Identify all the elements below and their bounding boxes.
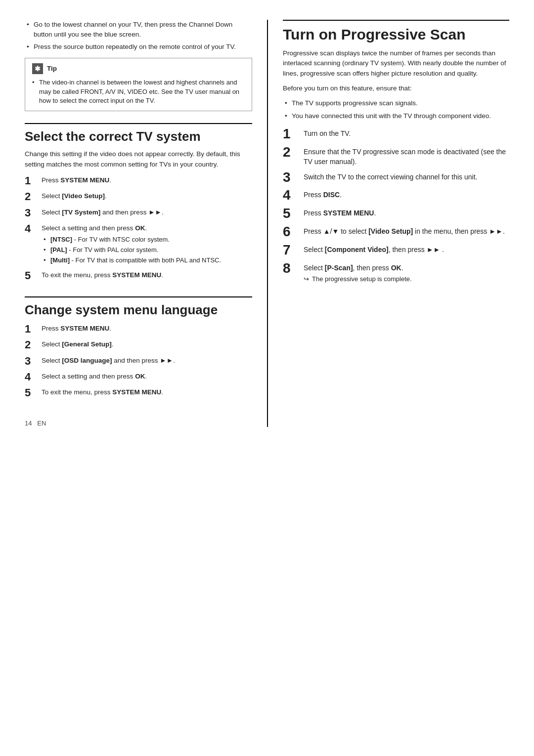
step-text: Select a setting and then press OK.: [42, 371, 252, 381]
lang-step-2: 2 Select [General Setup].: [25, 338, 252, 351]
intro-bullet-1: Go to the lowest channel on your TV, the…: [25, 20, 252, 39]
lang-step-5: 5 To exit the menu, press SYSTEM MENU.: [25, 386, 252, 399]
step-num: 3: [25, 355, 39, 368]
sub-bullet-ntsc: [NTSC] - For TV with NTSC color system.: [42, 235, 252, 244]
step-num: 4: [25, 371, 39, 383]
step-text: Select [Component Video], then press ►► …: [304, 243, 509, 254]
step-num: 2: [283, 145, 300, 160]
step-5: 5 To exit the menu, press SYSTEM MENU.: [25, 269, 252, 282]
tv-system-steps: 1 Press SYSTEM MENU. 2 Select [Video Set…: [25, 174, 252, 283]
step-num: 5: [25, 269, 39, 282]
progressive-scan-steps: 1 Turn on the TV. 2 Ensure that the TV p…: [283, 126, 509, 284]
arrow-result: ↪ The progressive setup is complete.: [304, 275, 509, 284]
tip-header: ✱ Tip: [32, 63, 245, 74]
step-num: 3: [283, 170, 300, 185]
sub-bullets: [NTSC] - For TV with NTSC color system. …: [42, 235, 252, 265]
lang-step-1: 1 Press SYSTEM MENU.: [25, 323, 252, 336]
step-text: Select [OSD language] and then press ►►.: [42, 355, 252, 366]
tip-content: The video-in channel is between the lowe…: [32, 78, 245, 106]
right-col-inner: Turn on Progressive Scan Progressive sca…: [283, 20, 509, 284]
step-num: 1: [25, 174, 39, 187]
section-tv-system-title: Select the correct TV system: [25, 123, 252, 144]
page-footer: 14 EN: [25, 420, 252, 427]
prereqs-list: The TV supports progressive scan signals…: [283, 98, 509, 121]
sub-bullet-multi: [Multi] - For TV that is compatible with…: [42, 256, 252, 265]
step-text: Switch the TV to the correct viewing cha…: [304, 170, 509, 182]
left-column: Go to the lowest channel on your TV, the…: [25, 20, 267, 427]
step-text: Press SYSTEM MENU.: [304, 206, 509, 218]
step-2: 2 Select [Video Setup].: [25, 190, 252, 203]
step-text: Select [Video Setup].: [42, 190, 252, 201]
step-text: Press SYSTEM MENU.: [42, 323, 252, 334]
step-text: To exit the menu, press SYSTEM MENU.: [42, 386, 252, 397]
ps-step-6: 6 Press ▲/▼ to select [Video Setup] in t…: [283, 224, 509, 240]
section-progressive-title: Turn on Progressive Scan: [283, 20, 509, 43]
step-3: 3 Select [TV System] and then press ►►.: [25, 207, 252, 219]
step-text: Select [General Setup].: [42, 338, 252, 349]
ps-step-4: 4 Press DISC.: [283, 188, 509, 203]
step-text: Select [TV System] and then press ►►.: [42, 207, 252, 217]
ps-step-1: 1 Turn on the TV.: [283, 126, 509, 142]
lang-step-3: 3 Select [OSD language] and then press ►…: [25, 355, 252, 368]
section-progressive-desc2: Before you turn on this feature, ensure …: [283, 84, 509, 93]
step-text: Press SYSTEM MENU.: [42, 174, 252, 185]
step-num: 3: [25, 207, 39, 219]
step-num: 2: [25, 338, 39, 351]
step-num: 6: [283, 224, 300, 240]
step-num: 1: [25, 323, 39, 336]
prereq-2: You have connected this unit with the TV…: [283, 111, 509, 121]
step-text: Press DISC.: [304, 188, 509, 200]
step-text: To exit the menu, press SYSTEM MENU.: [42, 269, 252, 280]
step-4: 4 Select a setting and then press OK. [N…: [25, 222, 252, 266]
step-num: 7: [283, 243, 300, 258]
sub-bullet-pal: [PAL] - For TV with PAL color system.: [42, 246, 252, 254]
ps-step-5: 5 Press SYSTEM MENU.: [283, 206, 509, 221]
arrow-icon: ↪: [304, 275, 309, 284]
step-num: 4: [25, 222, 39, 235]
section-language-title: Change system menu language: [25, 296, 252, 318]
ps-step-7: 7 Select [Component Video], then press ►…: [283, 243, 509, 258]
intro-bullets: Go to the lowest channel on your TV, the…: [25, 20, 252, 52]
section-progressive-desc1: Progressive scan displays twice the numb…: [283, 48, 509, 79]
section-progressive-scan: Turn on Progressive Scan Progressive sca…: [283, 20, 509, 284]
section-tv-system-desc: Change this setting if the video does no…: [25, 149, 252, 169]
ps-step-2: 2 Ensure that the TV progressive scan mo…: [283, 145, 509, 167]
step-text: Press ▲/▼ to select [Video Setup] in the…: [304, 224, 509, 236]
tip-label: Tip: [47, 65, 57, 72]
section-tv-system: Select the correct TV system Change this…: [25, 123, 252, 282]
step-text: Select a setting and then press OK. [NTS…: [42, 222, 252, 266]
step-num: 4: [283, 188, 300, 203]
step-num: 8: [283, 261, 300, 276]
arrow-text: The progressive setup is complete.: [312, 275, 412, 284]
step-num: 5: [283, 206, 300, 221]
language-steps: 1 Press SYSTEM MENU. 2 Select [General S…: [25, 323, 252, 400]
lang-step-4: 4 Select a setting and then press OK.: [25, 371, 252, 383]
intro-bullet-2: Press the source button repeatedly on th…: [25, 42, 252, 52]
ps-step-8: 8 Select [P-Scan], then press OK. ↪ The …: [283, 261, 509, 284]
page-layout: Go to the lowest channel on your TV, the…: [25, 20, 509, 427]
prereq-1: The TV supports progressive scan signals…: [283, 98, 509, 108]
section-language: Change system menu language 1 Press SYST…: [25, 296, 252, 400]
step-num: 1: [283, 126, 300, 142]
ps-step-3: 3 Switch the TV to the correct viewing c…: [283, 170, 509, 185]
step-text: Select [P-Scan], then press OK. ↪ The pr…: [304, 261, 509, 284]
right-column: Turn on Progressive Scan Progressive sca…: [267, 20, 509, 427]
step-text: Turn on the TV.: [304, 126, 509, 138]
step-1: 1 Press SYSTEM MENU.: [25, 174, 252, 187]
tip-box: ✱ Tip The video-in channel is between th…: [25, 58, 252, 112]
step-num: 5: [25, 386, 39, 399]
tip-icon: ✱: [32, 63, 43, 74]
step-text: Ensure that the TV progressive scan mode…: [304, 145, 509, 167]
step-num: 2: [25, 190, 39, 203]
page-number: 14: [25, 420, 32, 427]
tip-text: The video-in channel is between the lowe…: [32, 78, 245, 106]
page-lang: EN: [37, 420, 46, 427]
